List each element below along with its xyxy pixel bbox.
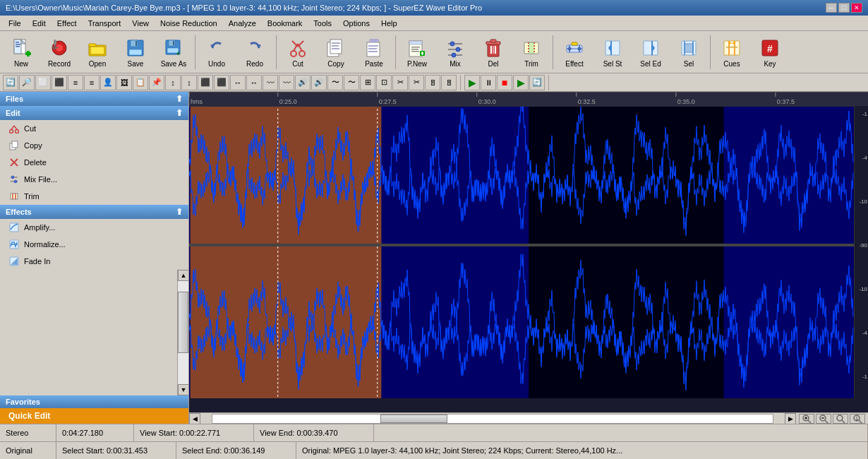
view-end-status: View End: 0:00:39.470 [254,424,374,441]
menu-edit[interactable]: Edit [27,18,52,29]
close-button[interactable]: ✕ [851,3,862,13]
play-green-button[interactable]: ▶ [513,75,529,90]
hscroll-left-btn[interactable]: ◀ [189,413,200,424]
edit-copy-item[interactable]: Copy [0,137,188,154]
save-button[interactable]: Save [117,34,154,71]
tb2-btn-17[interactable]: 〰 [263,75,278,90]
effects-collapse-btn[interactable]: ⬆ [176,207,183,217]
menu-transport[interactable]: Transport [83,18,127,29]
tb2-btn-3[interactable]: ⬜ [35,75,51,90]
wave-editor[interactable]: -1 -4 -10 -90 -10 -4 -1 ◀ ▶ [189,92,868,424]
redo-button[interactable]: Redo [236,34,273,71]
maximize-button[interactable]: □ [838,3,850,13]
panel-scroll-down[interactable]: ▼ [178,384,189,395]
tb2-btn-27[interactable]: 🎚 [425,75,440,90]
cues-button[interactable]: Cues [713,34,750,71]
favorites-header[interactable]: Favorites [0,395,188,408]
tb2-btn-11[interactable]: ↕ [165,75,181,90]
tb2-btn-26[interactable]: ✂ [409,75,424,90]
mix-button[interactable]: Mix [437,34,474,71]
open-button[interactable]: Open [79,34,116,71]
edit-delete-item[interactable]: Delete [0,154,188,171]
tb2-btn-22[interactable]: 〜 [344,75,359,90]
record-button[interactable]: Record [41,34,78,71]
zoom-reset-button[interactable]: 1 [850,414,865,424]
files-header[interactable]: Files ⬆ [0,92,188,106]
zoom-fit-button[interactable] [833,414,848,424]
tb2-btn-13[interactable]: ⬛ [198,75,213,90]
hscroll-right-btn[interactable]: ▶ [785,413,796,424]
edit-mixfile-item[interactable]: Mix File... [0,171,188,188]
tb2-btn-2[interactable]: 🔎 [19,75,35,90]
effects-amplify-item[interactable]: Amplify... [0,219,188,236]
statusbar1: Stereo 0:04:27.180 View Start: 0:00:22.7… [0,424,868,441]
tb2-btn-4[interactable]: ⬛ [52,75,67,90]
minimize-button[interactable]: ─ [826,3,837,13]
tb2-btn-8[interactable]: 🖼 [116,75,132,90]
edit-collapse-btn[interactable]: ⬆ [176,108,183,118]
menu-file[interactable]: File [3,18,27,29]
tb2-btn-7[interactable]: 👤 [100,75,116,90]
trim-button[interactable]: Trim [513,34,550,71]
zoom-out-button[interactable] [816,414,831,424]
tb2-btn-18[interactable]: 〰 [279,75,294,90]
tb2-btn-16[interactable]: ↔ [246,75,262,90]
del-button[interactable]: Del [475,34,512,71]
tb2-btn-21[interactable]: 〜 [327,75,343,90]
paste-button[interactable]: Paste [356,34,392,71]
pnew-button[interactable]: P.New [399,34,435,71]
menu-bookmark[interactable]: Bookmark [262,18,308,29]
tb2-btn-6[interactable]: ≡ [84,75,100,90]
menu-effect[interactable]: Effect [52,18,83,29]
edit-trim-item[interactable]: Trim [0,188,188,205]
sel-button[interactable]: Sel [670,34,707,71]
menu-analyze[interactable]: Analyze [223,18,262,29]
menu-help[interactable]: Help [375,18,403,29]
files-collapse-btn[interactable]: ⬆ [176,94,183,104]
menu-tools[interactable]: Tools [308,18,337,29]
menu-options[interactable]: Options [337,18,375,29]
menu-view[interactable]: View [126,18,155,29]
tb2-btn-23[interactable]: ⊞ [360,75,375,90]
tb2-btn-24[interactable]: ⊡ [376,75,392,90]
undo-button[interactable]: Undo [198,34,235,71]
selst-button[interactable]: Sel St [594,34,631,71]
new-button[interactable]: New [3,34,40,71]
hscroll-track [212,414,773,424]
effect-button[interactable]: Effect [556,34,593,71]
tb2-btn-19[interactable]: 🔊 [295,75,311,90]
loop-button[interactable]: 🔄 [529,75,545,90]
stop-button[interactable]: ■ [497,75,512,90]
tb2-btn-12[interactable]: ↕ [181,75,197,90]
panel-scroll-up[interactable]: ▲ [178,270,189,281]
panel-scroll-thumb[interactable] [178,292,188,354]
effects-fadein-item[interactable]: Fade In [0,253,188,270]
tb2-btn-14[interactable]: ⬛ [214,75,229,90]
pause-button[interactable]: ⏸ [481,75,496,90]
tb2-btn-1[interactable]: 🔄 [3,75,18,90]
edit-header[interactable]: Edit ⬆ [0,106,188,120]
seled-button[interactable]: Sel Ed [632,34,669,71]
effects-normalize-item[interactable]: Normalize... [0,236,188,253]
zoom-in-button[interactable] [799,414,814,424]
saveas-button[interactable]: + Save As [155,34,192,71]
copy-button[interactable]: Copy [318,34,354,71]
key-button[interactable]: # Key [752,34,788,71]
svg-rect-36 [332,48,339,49]
cut-button[interactable]: Cut [279,34,316,71]
play-button[interactable]: ▶ [464,75,480,90]
tb2-btn-9[interactable]: 📋 [133,75,148,90]
hscroll-thumb[interactable] [380,415,447,423]
fadein-icon [8,256,20,267]
effects-header[interactable]: Effects ⬆ [0,205,188,219]
amplify-icon [8,222,20,233]
tb2-btn-20[interactable]: 🔊 [311,75,327,90]
edit-cut-item[interactable]: Cut [0,120,188,137]
tb2-btn-10[interactable]: 📌 [149,75,164,90]
quick-edit-item[interactable]: Quick Edit [0,408,188,424]
tb2-btn-28[interactable]: 🎚 [441,75,457,90]
tb2-btn-25[interactable]: ✂ [392,75,408,90]
tb2-btn-15[interactable]: ↔ [230,75,246,90]
menu-noise-reduction[interactable]: Noise Reduction [155,18,223,29]
tb2-btn-5[interactable]: ≡ [68,75,83,90]
